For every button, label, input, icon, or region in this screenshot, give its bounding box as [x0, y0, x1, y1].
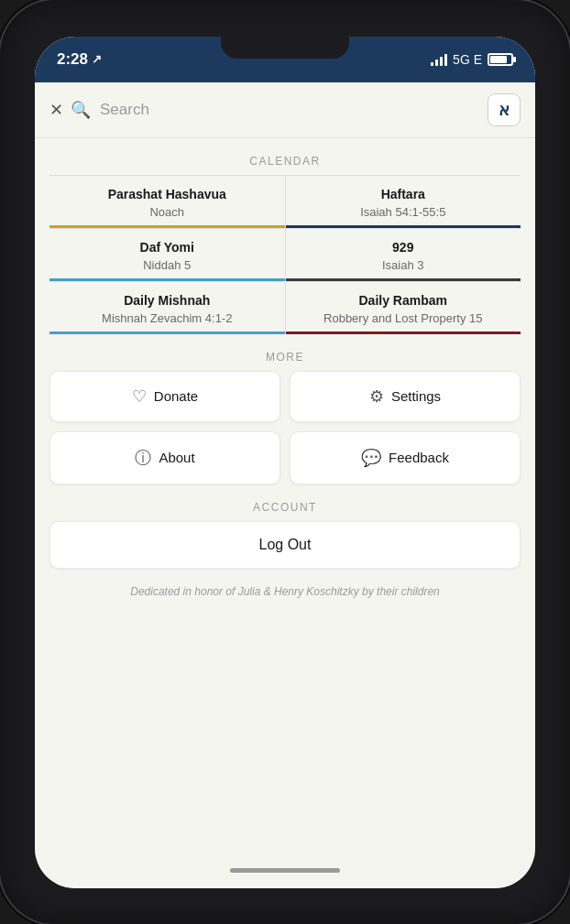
- location-icon: ↗: [92, 52, 102, 66]
- home-bar: [230, 868, 340, 873]
- feedback-button[interactable]: 💬 Feedback: [290, 431, 521, 484]
- calendar-cell-929[interactable]: 929 Isaiah 3: [286, 229, 521, 281]
- battery-icon: [488, 53, 513, 66]
- calendar-cell-parashat[interactable]: Parashat Hashavua Noach: [49, 176, 286, 228]
- 929-title: 929: [295, 240, 512, 255]
- more-section: MORE ♡ Donate ⚙ Settings ⓘ About: [35, 334, 535, 484]
- daf-title: Daf Yomi: [59, 240, 276, 255]
- 929-accent: [286, 278, 521, 281]
- haftara-subtitle: Isaiah 54:1-55:5: [295, 205, 512, 219]
- parashat-title: Parashat Hashavua: [59, 187, 276, 201]
- calendar-row-2: Daf Yomi Niddah 5 929 Isaiah 3: [49, 228, 521, 281]
- daf-accent: [49, 278, 285, 281]
- calendar-cell-mishnah[interactable]: Daily Mishnah Mishnah Zevachim 4:1-2: [49, 282, 286, 334]
- haftara-accent: [286, 225, 521, 228]
- calendar-cell-haftara[interactable]: Haftara Isaiah 54:1-55:5: [286, 176, 521, 228]
- network-type: 5G E: [453, 52, 482, 67]
- heart-icon: ♡: [132, 386, 147, 407]
- settings-button[interactable]: ⚙ Settings: [290, 371, 521, 422]
- chat-icon: 💬: [361, 448, 381, 468]
- mishnah-subtitle: Mishnah Zevachim 4:1-2: [59, 311, 276, 325]
- home-indicator: [35, 853, 535, 888]
- search-icon-wrap: ✕ 🔍: [49, 100, 91, 120]
- notch: [221, 37, 349, 59]
- logout-button[interactable]: Log Out: [49, 521, 521, 569]
- info-icon: ⓘ: [135, 447, 151, 469]
- haftara-title: Haftara: [295, 187, 512, 201]
- parashat-accent: [49, 225, 285, 228]
- phone-screen: 2:28 ↗ 5G E ✕: [35, 37, 535, 888]
- search-bar: ✕ 🔍 Search א: [35, 82, 535, 138]
- status-right: 5G E: [431, 52, 513, 67]
- status-time: 2:28 ↗: [57, 50, 102, 69]
- mishnah-title: Daily Mishnah: [59, 293, 276, 308]
- phone-frame: 2:28 ↗ 5G E ✕: [0, 0, 570, 924]
- calendar-section-label: CALENDAR: [35, 138, 535, 175]
- about-button[interactable]: ⓘ About: [49, 431, 280, 484]
- close-icon[interactable]: ✕: [49, 100, 63, 120]
- account-section: ACCOUNT Log Out: [35, 484, 535, 569]
- search-icon: 🔍: [71, 100, 91, 120]
- account-section-label: ACCOUNT: [49, 484, 521, 521]
- more-section-label: MORE: [49, 334, 521, 371]
- search-placeholder[interactable]: Search: [100, 101, 478, 119]
- signal-bars: [431, 53, 447, 66]
- feedback-label: Feedback: [389, 450, 449, 465]
- calendar-grid: Parashat Hashavua Noach Haftara Isaiah 5…: [35, 175, 535, 334]
- rambam-title: Daily Rambam: [295, 293, 512, 308]
- mishnah-accent: [49, 332, 285, 334]
- settings-label: Settings: [391, 388, 441, 404]
- gear-icon: ⚙: [369, 386, 384, 407]
- calendar-cell-daf[interactable]: Daf Yomi Niddah 5: [49, 229, 286, 281]
- 929-subtitle: Isaiah 3: [295, 258, 512, 272]
- more-grid: ♡ Donate ⚙ Settings ⓘ About 💬 Feedback: [49, 371, 521, 484]
- content-area: ✕ 🔍 Search א CALENDAR Parashat Hashavua …: [35, 82, 535, 853]
- parashat-subtitle: Noach: [59, 205, 276, 219]
- rambam-accent: [286, 332, 521, 334]
- calendar-row-3: Daily Mishnah Mishnah Zevachim 4:1-2 Dai…: [49, 281, 521, 334]
- about-label: About: [159, 450, 194, 465]
- rambam-subtitle: Robbery and Lost Property 15: [295, 311, 512, 325]
- aleph-button[interactable]: א: [488, 93, 521, 126]
- calendar-section: CALENDAR Parashat Hashavua Noach Haftara…: [35, 138, 535, 334]
- battery-fill: [490, 56, 507, 63]
- calendar-row-1: Parashat Hashavua Noach Haftara Isaiah 5…: [49, 175, 521, 228]
- daf-subtitle: Niddah 5: [59, 258, 276, 272]
- dedication-text: Dedicated in honor of Julia & Henry Kosc…: [35, 569, 535, 622]
- donate-button[interactable]: ♡ Donate: [49, 371, 280, 422]
- calendar-cell-rambam[interactable]: Daily Rambam Robbery and Lost Property 1…: [286, 282, 521, 334]
- donate-label: Donate: [154, 388, 198, 404]
